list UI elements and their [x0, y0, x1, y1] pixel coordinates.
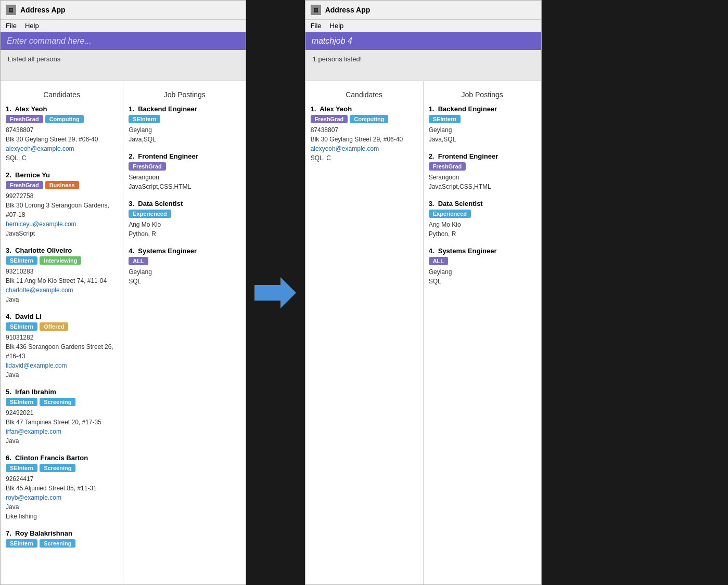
candidate-details: 87438807Blk 30 Geylang Street 29, #06-40…	[311, 125, 418, 163]
candidate-tags: FreshGradComputing	[6, 115, 118, 123]
right-candidates-list: 1. Alex Yeoh FreshGradComputing 87438807…	[311, 105, 418, 163]
job-item: 2. Frontend Engineer FreshGrad Serangoon…	[129, 152, 240, 191]
right-app-title: Address App	[325, 6, 371, 14]
candidate-address: Blk 30 Geylang Street 29, #06-40	[311, 135, 418, 144]
candidate-phone: 87438807	[311, 125, 418, 135]
candidate-details: 92492021Blk 47 Tampines Street 20, #17-3…	[6, 408, 118, 446]
candidate-email[interactable]: alexyeoh@example.com	[311, 145, 379, 152]
candidate-tag: Offered	[40, 322, 68, 331]
candidate-tag: FreshGrad	[311, 115, 348, 123]
job-skills: JavaScript,CSS,HTML	[429, 182, 536, 191]
candidate-extra: Java	[6, 295, 118, 304]
candidate-item: 4. David Li SEInternOffered 91031282Blk …	[6, 313, 118, 380]
candidate-address: Blk 30 Geylang Street 29, #06-40	[6, 135, 118, 144]
right-command-input[interactable]	[312, 36, 535, 46]
svg-marker-0	[254, 277, 296, 308]
left-menu-file[interactable]: File	[6, 22, 17, 30]
candidate-name: 1. Alex Yeoh	[311, 105, 418, 113]
left-app-title: Address App	[20, 6, 66, 14]
candidate-phone: 91031282	[6, 333, 118, 342]
candidate-email[interactable]: alexyeoh@example.com	[6, 145, 74, 152]
right-menu-help[interactable]: Help	[330, 22, 344, 30]
job-tag: FreshGrad	[429, 162, 466, 171]
candidate-name: 5. Irfan Ibrahim	[6, 388, 118, 396]
candidate-extra: Java	[6, 436, 118, 446]
candidate-extra: Java	[6, 370, 118, 380]
job-tags: ALL	[129, 257, 240, 265]
job-name: 2. Frontend Engineer	[429, 152, 536, 160]
candidate-tag: Screening	[40, 539, 75, 548]
candidate-item: 6. Clinton Francis Barton SEInternScreen…	[6, 454, 118, 521]
candidate-details: 99272758Blk 30 Lorong 3 Serangoon Garden…	[6, 191, 118, 238]
left-command-bar[interactable]	[1, 32, 246, 50]
candidate-phone: 92624417	[6, 474, 118, 484]
job-tag: ALL	[429, 257, 448, 265]
job-name: 4. Systems Engineer	[129, 247, 240, 255]
candidate-name: 6. Clinton Francis Barton	[6, 454, 118, 462]
job-skills: Python, R	[429, 229, 536, 239]
job-tags: FreshGrad	[429, 162, 536, 171]
job-tags: Experienced	[429, 210, 536, 218]
candidate-item: 1. Alex Yeoh FreshGradComputing 87438807…	[311, 105, 418, 163]
job-skills: Python, R	[129, 229, 240, 239]
transition-arrow	[246, 0, 303, 585]
right-candidates-panel: Candidates 1. Alex Yeoh FreshGradComputi…	[305, 81, 423, 584]
candidate-email[interactable]: lidavid@example.com	[6, 362, 67, 369]
candidate-address: Blk 11 Ang Mo Kio Street 74, #11-04	[6, 276, 118, 285]
candidate-address: Blk 30 Lorong 3 Serangoon Gardens, #07-1…	[6, 201, 118, 219]
candidate-extra: JavaScript	[6, 229, 118, 238]
job-skills: Java,SQL	[129, 135, 240, 144]
job-location: Ang Mo Kio	[429, 220, 536, 229]
left-jobs-panel: Job Postings 1. Backend Engineer SEInter…	[123, 81, 246, 584]
job-tag: Experienced	[129, 210, 171, 218]
job-item: 3. Data Scientist Experienced Ang Mo Kio…	[129, 200, 240, 239]
job-tags: SEIntern	[129, 115, 240, 123]
job-details: Serangoon JavaScript,CSS,HTML	[129, 173, 240, 191]
candidate-tag: FreshGrad	[6, 115, 43, 123]
right-main-content: Candidates 1. Alex Yeoh FreshGradComputi…	[305, 81, 541, 584]
candidate-email[interactable]: irfan@example.com	[6, 428, 61, 435]
candidate-extra: SQL, C	[311, 153, 418, 163]
candidate-tag: Screening	[40, 464, 75, 472]
job-details: Geylang Java,SQL	[129, 125, 240, 144]
left-main-content: Candidates 1. Alex Yeoh FreshGradComputi…	[1, 81, 246, 584]
job-name: 3. Data Scientist	[129, 200, 240, 207]
candidate-email[interactable]: charlotte@example.com	[6, 287, 73, 294]
candidate-email[interactable]: berniceyu@example.com	[6, 220, 76, 228]
candidate-tag: FreshGrad	[6, 181, 43, 189]
candidate-tag: SEIntern	[6, 464, 37, 472]
right-app-icon: 🖼	[311, 5, 321, 15]
left-menu-bar: File Help	[1, 20, 246, 32]
candidate-address: Blk 47 Tampines Street 20, #17-35	[6, 418, 118, 427]
job-name: 2. Frontend Engineer	[129, 152, 240, 160]
candidate-tag: SEIntern	[6, 539, 37, 548]
job-tag: SEIntern	[129, 115, 160, 123]
right-jobs-list: 1. Backend Engineer SEIntern Geylang Jav…	[429, 105, 536, 286]
candidate-name: 7. Roy Balakrishnan	[6, 529, 118, 537]
left-candidates-panel: Candidates 1. Alex Yeoh FreshGradComputi…	[1, 81, 123, 584]
job-name: 1. Backend Engineer	[429, 105, 536, 113]
job-tags: ALL	[429, 257, 536, 265]
left-candidates-list: 1. Alex Yeoh FreshGradComputing 87438807…	[6, 105, 118, 548]
left-menu-help[interactable]: Help	[25, 22, 39, 30]
right-menu-file[interactable]: File	[311, 22, 322, 30]
right-output-area: 1 persons listed!	[305, 50, 541, 81]
job-tag: SEIntern	[429, 115, 461, 123]
job-location: Geylang	[429, 267, 536, 277]
candidate-extra: Like fishing	[6, 512, 118, 521]
candidate-item: 5. Irfan Ibrahim SEInternScreening 92492…	[6, 388, 118, 446]
job-item: 4. Systems Engineer ALL Geylang SQL	[429, 247, 536, 286]
candidate-item: 3. Charlotte Oliveiro SEInternInterviewi…	[6, 246, 118, 304]
candidate-email[interactable]: royb@example.com	[6, 494, 61, 501]
job-tags: FreshGrad	[129, 162, 240, 171]
job-tag: ALL	[129, 257, 148, 265]
candidate-extra: Java	[6, 502, 118, 512]
candidate-phone: 99272758	[6, 191, 118, 201]
candidate-tag: Screening	[40, 398, 75, 406]
candidate-tags: FreshGradBusiness	[6, 181, 118, 189]
candidate-tag: SEIntern	[6, 322, 37, 331]
right-command-bar[interactable]	[305, 32, 541, 50]
job-name: 4. Systems Engineer	[429, 247, 536, 255]
left-command-input[interactable]	[7, 36, 239, 46]
candidate-name: 1. Alex Yeoh	[6, 105, 118, 113]
